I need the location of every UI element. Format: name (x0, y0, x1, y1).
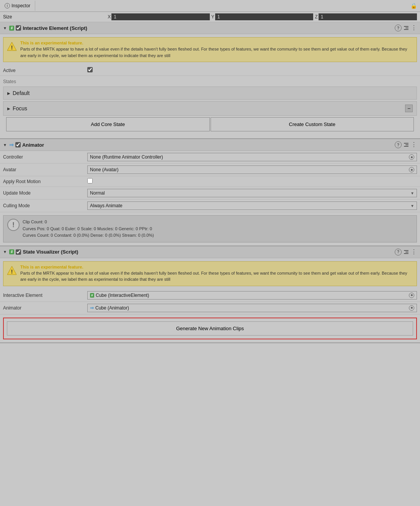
dots-icon-state-vis[interactable]: ⋮ (411, 249, 417, 255)
animator-info-icon: ! (7, 219, 20, 231)
culling-mode-dropdown[interactable]: Always Animate ▼ (87, 201, 417, 210)
controller-select[interactable]: None (Runtime Animator Controller) (87, 153, 417, 161)
focus-state-item: ▶ Focus − (3, 101, 417, 116)
svg-text:!: ! (11, 44, 13, 51)
ie-ref-target-icon[interactable] (409, 293, 414, 298)
z-input[interactable] (319, 13, 417, 20)
animator-icons: ? ⋮ (395, 141, 417, 148)
dots-icon-interactive[interactable]: ⋮ (411, 25, 417, 31)
default-state-arrow[interactable]: ▶ (7, 91, 10, 95)
animator-ref-field[interactable]: ⇒ Cube (Animator) (87, 304, 417, 312)
interactive-element-header: ▼ # Interactive Element (Script) ? ⋮ (0, 22, 420, 34)
focus-state-label-group: ▶ Focus (7, 105, 27, 111)
active-row: Active (0, 65, 420, 76)
default-state-item: ▶ Default (3, 87, 417, 100)
interactive-element-ref-content: # Cube (InteractiveElement) (90, 293, 149, 298)
sliders-icon-state-vis[interactable] (404, 250, 409, 254)
experimental-warning-interactive: ! This is an experimental feature. Parts… (3, 37, 417, 62)
states-label: States (3, 77, 417, 87)
animator-component: ▼ ⇒ Animator ? ⋮ Controller None (Runtim… (0, 139, 420, 246)
curves-text: Curves Pos: 0 Quat: 0 Euler: 0 Scale: 0 … (23, 226, 154, 233)
focus-state-label: Focus (13, 105, 27, 111)
interactive-element-ref-field[interactable]: # Cube (InteractiveElement) (87, 291, 417, 300)
avatar-label: Avatar (3, 167, 87, 172)
animator-ref-target-icon[interactable] (409, 305, 414, 311)
interactive-element-ref-value-container: # Cube (InteractiveElement) (87, 291, 417, 300)
hash-badge-state-vis: # (9, 249, 15, 254)
culling-mode-row: Culling Mode Always Animate ▼ (0, 200, 420, 212)
size-row: Size X Y Z (0, 12, 420, 22)
animator-ref-label: Animator (3, 305, 87, 311)
help-icon-interactive[interactable]: ? (395, 25, 402, 31)
active-checkbox[interactable] (87, 67, 93, 72)
avatar-target-icon[interactable] (409, 167, 414, 172)
state-visualizer-checkbox[interactable] (16, 249, 21, 255)
controller-value: None (Runtime Animator Controller) (90, 154, 163, 160)
states-section: States ▶ Default ▶ Focus − Add Core Stat… (0, 76, 420, 138)
active-label: Active (3, 68, 87, 73)
culling-mode-label: Culling Mode (3, 203, 87, 208)
apply-root-motion-row: Apply Root Motion (0, 176, 420, 187)
collapse-arrow-interactive[interactable]: ▼ (3, 26, 7, 30)
update-mode-dropdown[interactable]: Normal ▼ (87, 189, 417, 197)
z-field: Z (315, 13, 417, 20)
default-state-label-group: ▶ Default (7, 90, 29, 96)
lock-icon[interactable]: 🔒 (410, 3, 417, 9)
warning-title-state-vis: This is an experimental feature. (20, 265, 413, 269)
warning-text-block-state-vis: This is an experimental feature. Parts o… (20, 265, 413, 283)
culling-mode-value: Always Animate (90, 203, 123, 208)
interactive-element-checkbox[interactable] (16, 25, 21, 31)
avatar-row: Avatar None (Avatar) (0, 164, 420, 176)
inspector-tab[interactable]: i Inspector (0, 1, 35, 11)
update-mode-row: Update Mode Normal ▼ (0, 187, 420, 200)
interactive-element-title: Interactive Element (Script) (23, 25, 393, 31)
avatar-value-container: None (Avatar) (87, 165, 417, 174)
apply-root-motion-label: Apply Root Motion (3, 179, 87, 184)
warning-body-state-vis: Parts of the MRTK appear to have a lot o… (20, 270, 413, 283)
interactive-element-icons: ? ⋮ (395, 25, 417, 31)
state-visualizer-icons: ? ⋮ (395, 249, 417, 255)
controller-value-container: None (Runtime Animator Controller) (87, 153, 417, 161)
ref-animator-icon: ⇒ (90, 305, 94, 311)
help-icon-state-vis[interactable]: ? (395, 249, 402, 255)
help-icon-animator[interactable]: ? (395, 141, 402, 148)
dots-icon-animator[interactable]: ⋮ (411, 142, 417, 148)
inspector-tab-label: Inspector (11, 3, 30, 8)
x-label: X (108, 14, 111, 20)
warning-text-block: This is an experimental feature. Parts o… (20, 41, 413, 59)
hash-badge-interactive: # (9, 26, 15, 31)
create-custom-state-button[interactable]: Create Custom State (211, 117, 414, 131)
ref-hash-ie: # (90, 293, 94, 298)
x-input[interactable] (111, 13, 210, 20)
collapse-arrow-state-vis[interactable]: ▼ (3, 250, 7, 254)
avatar-value: None (Avatar) (90, 167, 118, 172)
interactive-element-component: ▼ # Interactive Element (Script) ? ⋮ ! T… (0, 22, 420, 139)
focus-state-remove-button[interactable]: − (405, 105, 413, 112)
controller-target-icon[interactable] (409, 154, 414, 160)
interactive-element-ref-row: Interactive Element # Cube (InteractiveE… (0, 289, 420, 302)
update-mode-arrow: ▼ (410, 191, 414, 195)
state-visualizer-header: ▼ # State Visualizer (Script) ? ⋮ (0, 246, 420, 258)
sliders-icon-animator[interactable] (404, 143, 409, 147)
add-core-state-button[interactable]: Add Core State (6, 117, 210, 131)
apply-root-motion-checkbox[interactable] (87, 178, 93, 183)
focus-state-arrow[interactable]: ▶ (7, 106, 10, 111)
y-input[interactable] (215, 13, 314, 20)
animator-ref-value: Cube (Animator) (95, 305, 129, 311)
collapse-arrow-animator[interactable]: ▼ (3, 143, 7, 147)
svg-text:!: ! (11, 269, 13, 275)
animator-ref-content: ⇒ Cube (Animator) (90, 305, 129, 311)
update-mode-value-container: Normal ▼ (87, 189, 417, 197)
animator-ref-value-container: ⇒ Cube (Animator) (87, 304, 417, 312)
inspector-tab-bar: i Inspector 🔒 (0, 0, 420, 12)
sliders-icon-interactive[interactable] (404, 26, 409, 30)
culling-mode-arrow: ▼ (410, 204, 414, 208)
animator-info-text: Clip Count: 0 Curves Pos: 0 Quat: 0 Eule… (23, 219, 154, 239)
y-field: Y (211, 13, 314, 20)
update-mode-value: Normal (90, 190, 105, 196)
interactive-element-ref-value: Cube (InteractiveElement) (96, 293, 149, 298)
avatar-select[interactable]: None (Avatar) (87, 165, 417, 174)
animator-checkbox[interactable] (15, 142, 21, 147)
generate-animation-clips-button[interactable]: Generate New Animation Clips (7, 321, 413, 336)
x-field: X (108, 13, 210, 20)
